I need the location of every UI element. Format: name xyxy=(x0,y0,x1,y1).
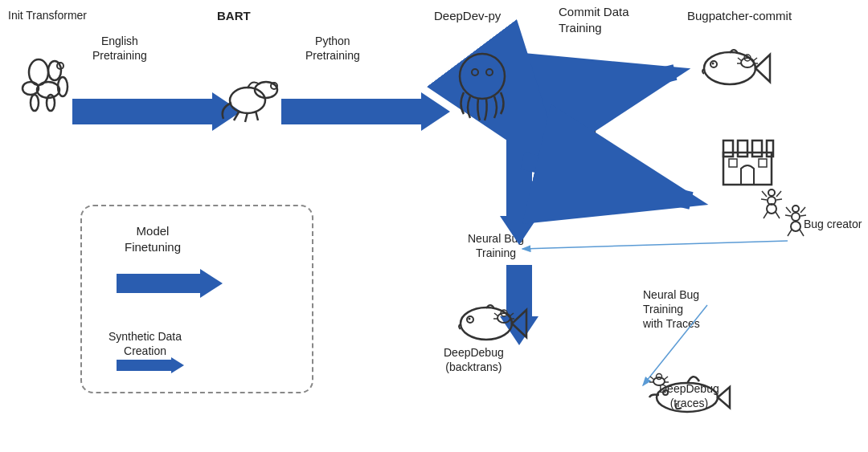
icon-bugpatcher-commit xyxy=(690,32,778,104)
svg-point-24 xyxy=(486,69,493,75)
svg-point-68 xyxy=(657,383,718,412)
svg-line-19 xyxy=(234,111,240,120)
svg-rect-38 xyxy=(767,140,773,157)
svg-line-54 xyxy=(785,215,791,216)
label-english-pretraining: EnglishPretraining xyxy=(92,34,147,63)
svg-line-66 xyxy=(510,313,514,316)
svg-point-28 xyxy=(741,58,754,67)
diagram: Init Transformer BART DeepDev-py Commit … xyxy=(0,0,868,452)
svg-line-49 xyxy=(776,212,780,218)
svg-rect-37 xyxy=(752,140,762,157)
svg-line-78 xyxy=(522,161,691,201)
svg-point-16 xyxy=(230,88,265,113)
thin-arrow-bug-to-neural xyxy=(514,233,796,265)
octopus-svg xyxy=(446,48,518,128)
svg-line-46 xyxy=(776,191,781,197)
svg-rect-35 xyxy=(723,140,733,157)
svg-point-50 xyxy=(792,213,800,221)
label-commit-data-training: Commit DataTraining xyxy=(559,4,629,35)
fish-bug-svg xyxy=(690,32,778,104)
svg-point-12 xyxy=(31,95,39,111)
bugs-svg xyxy=(755,177,820,241)
svg-point-61 xyxy=(469,318,471,320)
svg-rect-40 xyxy=(759,159,767,167)
svg-line-21 xyxy=(256,111,258,120)
svg-line-47 xyxy=(776,199,782,200)
svg-line-58 xyxy=(800,230,804,236)
svg-point-52 xyxy=(791,222,800,231)
svg-line-57 xyxy=(788,230,792,236)
dashed-box-finetuning xyxy=(80,205,313,393)
icon-bart xyxy=(211,56,284,128)
icon-bug-creator xyxy=(755,177,820,241)
svg-point-51 xyxy=(792,206,799,212)
label-python-pretraining: PythonPretraining xyxy=(305,34,360,63)
label-bart: BART xyxy=(217,8,251,24)
dolphin-svg xyxy=(643,345,731,426)
svg-point-42 xyxy=(768,189,775,196)
svg-rect-36 xyxy=(738,140,747,157)
svg-point-71 xyxy=(653,377,665,385)
svg-line-53 xyxy=(786,207,791,213)
svg-rect-39 xyxy=(729,159,737,167)
icon-deepdev-py xyxy=(446,48,518,128)
svg-line-75 xyxy=(664,377,668,380)
balloon-dog-svg xyxy=(14,56,79,120)
label-bugpatcher-commit: Bugpatcher-commit xyxy=(687,8,792,24)
svg-point-23 xyxy=(472,69,478,75)
label-init-transformer: Init Transformer xyxy=(8,8,87,22)
svg-line-44 xyxy=(762,191,767,197)
chameleon-svg xyxy=(211,56,284,128)
svg-line-30 xyxy=(738,58,742,61)
svg-line-5 xyxy=(522,241,788,249)
svg-line-48 xyxy=(764,212,768,218)
svg-point-70 xyxy=(665,392,666,393)
svg-point-22 xyxy=(460,54,505,99)
svg-line-32 xyxy=(753,58,757,61)
fish-bug2-svg xyxy=(446,287,534,360)
svg-point-25 xyxy=(704,52,755,84)
svg-point-59 xyxy=(461,307,512,340)
svg-line-64 xyxy=(494,313,498,316)
svg-point-9 xyxy=(48,61,61,80)
icon-deepdebug-backtrans xyxy=(446,287,534,360)
label-deepdev-py: DeepDev-py xyxy=(434,8,501,24)
icon-init-transformer xyxy=(14,56,79,120)
svg-line-55 xyxy=(800,207,805,213)
svg-line-45 xyxy=(761,199,767,200)
svg-line-73 xyxy=(650,377,654,380)
svg-point-27 xyxy=(712,63,714,65)
icon-deepdebug-traces xyxy=(643,345,731,426)
svg-point-62 xyxy=(497,313,510,323)
arrow-bart-to-deepdev xyxy=(281,92,450,131)
svg-line-56 xyxy=(800,215,806,216)
arrow-reversed-commit xyxy=(522,153,723,217)
